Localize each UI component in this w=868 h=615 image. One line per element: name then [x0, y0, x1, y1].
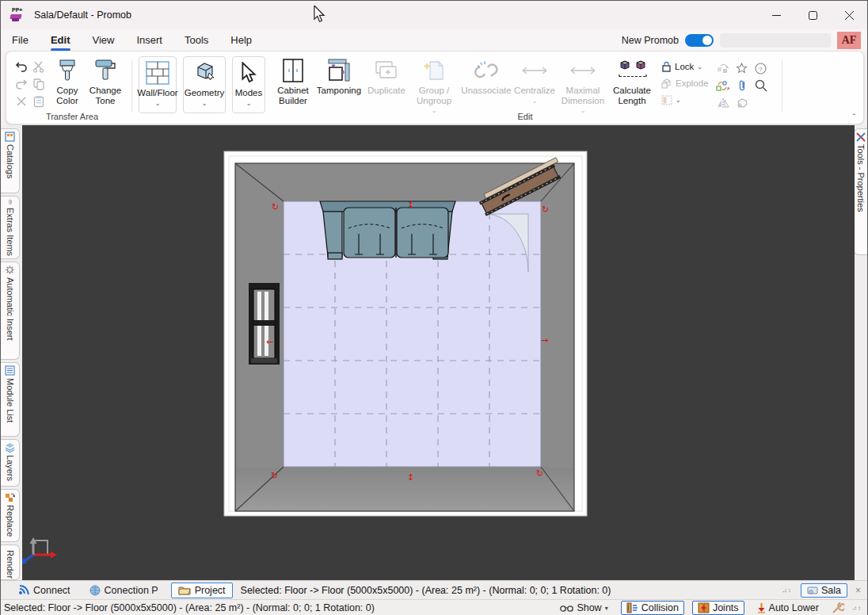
tools-icon: [856, 132, 866, 142]
glasses-icon: [560, 605, 573, 612]
broken-chain-icon: [474, 58, 498, 83]
help-button[interactable]: ?: [752, 59, 771, 77]
brick-wall-icon: [146, 60, 169, 86]
scene-tab-sala[interactable]: Sala: [801, 583, 847, 598]
paste-button[interactable]: [30, 93, 48, 110]
tamponing-button[interactable]: Tamponing: [316, 55, 362, 96]
edit-group-label: Edit: [482, 112, 569, 121]
duplicate-label: Duplicate: [367, 86, 405, 96]
menu-tools[interactable]: Tools: [173, 31, 219, 49]
quick-access-area[interactable]: [720, 33, 831, 48]
corner-resize-grip[interactable]: ⠴⠆: [852, 604, 864, 612]
folder-icon: [178, 585, 191, 595]
chevron-down-icon: ⌄: [246, 99, 252, 109]
modes-button[interactable]: Modes ⌄: [232, 56, 265, 113]
copy-color-button[interactable]: Copy Color: [49, 55, 86, 105]
delete-button[interactable]: [13, 93, 30, 110]
wrench-icon[interactable]: [832, 602, 844, 614]
cabinet-icon: [282, 58, 304, 83]
mirror-icon: [717, 97, 729, 109]
menu-file[interactable]: File: [1, 31, 40, 49]
duplicate-button: Duplicate: [365, 55, 408, 96]
menu-view[interactable]: View: [82, 31, 126, 49]
change-tone-button[interactable]: Change Tone: [86, 55, 125, 105]
zoom-search-button[interactable]: [752, 77, 771, 94]
sidebar-tab-render-queue[interactable]: Render Qu: [1, 544, 20, 580]
sidebar-tab-module-list[interactable]: Module List: [1, 362, 20, 437]
collision-icon: [626, 602, 638, 613]
menu-insert[interactable]: Insert: [125, 31, 173, 49]
account-badge[interactable]: AF: [837, 32, 861, 49]
resize-grip[interactable]: ⠴⠆: [782, 586, 794, 594]
svg-text:↻: ↻: [271, 471, 278, 481]
scene-tab-close-button[interactable]: ×: [855, 585, 861, 596]
minimize-button[interactable]: [758, 1, 794, 29]
geometry-button[interactable]: Geometry ⌄: [183, 56, 226, 113]
redo-button[interactable]: [13, 75, 30, 93]
viewport-canvas[interactable]: ↻ ↕ ↻ ← → ↻ ↕ ↻: [22, 125, 855, 580]
svg-text:←: ←: [266, 337, 273, 347]
unassociate-button: Unassociate: [460, 55, 512, 96]
chevron-down-icon: ⌄: [202, 99, 207, 109]
conection-p-button[interactable]: Conection P: [83, 583, 165, 598]
sidebar-tab-replace[interactable]: Replace: [1, 489, 20, 542]
attachments-button[interactable]: [733, 77, 752, 94]
cabinet-builder-button[interactable]: Cabinet Builder: [273, 55, 313, 105]
star-icon: [736, 63, 748, 74]
lock-button[interactable]: Lock ⌄: [661, 59, 709, 74]
chevron-down-icon: ⌄: [432, 106, 437, 117]
undo-button[interactable]: [13, 58, 30, 75]
window-title: Sala/Default - Promob: [34, 10, 131, 21]
lasso-icon: [736, 97, 748, 109]
collision-toggle[interactable]: Collision: [621, 601, 684, 615]
group-ungroup-button: Group / Ungroup ⌄: [409, 55, 459, 117]
favorite-button[interactable]: [733, 59, 752, 77]
selection-status: Selected: Floor -> Floor (5000x5x5000) -…: [241, 585, 611, 596]
maximize-button[interactable]: [794, 1, 831, 29]
menu-help[interactable]: Help: [219, 31, 263, 49]
collapse-ribbon-button[interactable]: ˆ: [853, 113, 855, 122]
lasso-button: [733, 94, 752, 112]
svg-text:↕: ↕: [407, 472, 414, 483]
sidebar-tab-extras-items[interactable]: Extras Items: [1, 196, 20, 259]
explode-icon: [661, 78, 672, 89]
cut-button[interactable]: [30, 58, 48, 75]
transfer-button: [714, 59, 733, 77]
swap-environment-button[interactable]: [714, 77, 733, 94]
close-button[interactable]: [831, 1, 867, 29]
sidebar-tab-layers[interactable]: Layers: [1, 439, 20, 487]
measure-icon: [615, 58, 649, 83]
svg-text:↻: ↻: [536, 468, 543, 479]
paperclip-icon: [7, 199, 13, 205]
chevron-down-icon: ⌄: [532, 97, 538, 107]
connect-button[interactable]: Connect: [12, 583, 77, 598]
project-button[interactable]: Project: [171, 583, 233, 598]
sidebar-tab-catalogs[interactable]: Catalogs: [1, 128, 20, 193]
window[interactable]: [249, 283, 280, 365]
menu-edit[interactable]: Edit: [40, 31, 82, 49]
svg-text:↕: ↕: [407, 200, 414, 210]
menu-bar: File Edit View Insert Tools Help New Pro…: [1, 29, 867, 51]
new-promob-toggle[interactable]: [685, 34, 714, 47]
replace-icon: [5, 492, 15, 502]
sidebar-tab-automatic-insert[interactable]: Automatic Insert: [1, 262, 20, 359]
lock-label: Lock: [675, 62, 694, 71]
auto-lower-icon: [757, 602, 766, 613]
copy-button[interactable]: [30, 75, 48, 93]
sidebar-tab-tools-properties[interactable]: Tools - Properties: [854, 128, 867, 255]
explode-button: Explode: [661, 76, 709, 90]
paperclip-icon: [738, 79, 746, 92]
tamponing-label: Tamponing: [317, 86, 361, 96]
module-list-icon: [5, 365, 15, 376]
transfer-area-group-label: Transfer Area: [29, 112, 116, 121]
catalog-icon: [5, 132, 15, 142]
calculate-length-button[interactable]: Calculate Length: [609, 55, 655, 105]
calculate-length-label: Calculate Length: [609, 86, 655, 105]
auto-lower-toggle[interactable]: Auto Lower: [752, 602, 824, 614]
swap-icon: [716, 80, 730, 92]
joints-toggle[interactable]: Joints: [692, 601, 744, 615]
show-dropdown[interactable]: Show ▾: [555, 602, 612, 614]
wall-floor-button[interactable]: Wall/Floor ⌄: [139, 56, 177, 113]
sofa[interactable]: [320, 201, 455, 259]
floor-plan: ↻ ↕ ↻ ← → ↻ ↕ ↻: [22, 125, 855, 580]
